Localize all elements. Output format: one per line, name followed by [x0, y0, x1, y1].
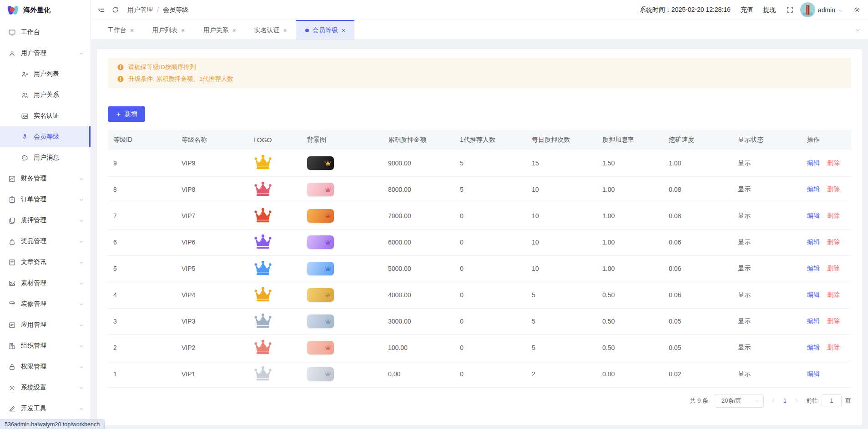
cell-card	[302, 229, 383, 255]
close-icon[interactable]: ×	[342, 27, 345, 34]
edit-link[interactable]: 编辑	[807, 291, 820, 298]
table-row: 6VIP66000.000101.000.06显示编辑删除	[108, 229, 851, 255]
sidebar-item-label: 文章资讯	[21, 258, 46, 266]
edit-link[interactable]: 编辑	[807, 159, 820, 166]
delete-link[interactable]: 删除	[827, 264, 840, 272]
pagination-total: 共 9 条	[690, 397, 708, 405]
cell-logo	[248, 334, 302, 361]
add-button[interactable]: 新增	[108, 106, 145, 122]
cell-status: 显示	[732, 150, 802, 176]
tabs-more-button[interactable]	[848, 20, 868, 40]
sidebar-item-奖品管理[interactable]: 奖品管理	[0, 231, 91, 252]
edit-link[interactable]: 编辑	[807, 185, 820, 193]
sidebar-item-文章资讯[interactable]: 文章资讯	[0, 252, 91, 273]
table-row: 8VIP88000.005101.000.08显示编辑删除	[108, 176, 851, 203]
close-icon[interactable]: ×	[181, 27, 185, 34]
goto-page-input[interactable]	[822, 394, 842, 407]
permission-icon	[8, 363, 16, 371]
sidebar-item-label: 质押管理	[21, 216, 46, 224]
alert-text: 升级条件: 累积质押金额、1代推荐人数	[128, 75, 233, 83]
sidebar-item-label: 权限管理	[21, 363, 46, 371]
delete-link[interactable]: 删除	[827, 238, 840, 245]
cell-speed: 0.06	[663, 282, 732, 308]
sidebar-item-用户关系[interactable]: 用户关系	[0, 85, 91, 105]
delete-link[interactable]: 删除	[827, 291, 840, 298]
user-message-icon	[21, 154, 29, 162]
delete-link[interactable]: 删除	[827, 212, 840, 219]
main-area: 用户管理 / 会员等级 系统时间：2025-02-20 12:28:16 充值 …	[91, 0, 868, 429]
sidebar-item-会员等级[interactable]: 会员等级	[0, 126, 91, 147]
sidebar-item-订单管理[interactable]: 订单管理	[0, 189, 91, 210]
recharge-button[interactable]: 充值	[741, 6, 753, 14]
refresh-icon[interactable]	[111, 6, 119, 14]
app-icon	[8, 321, 16, 329]
cell-card	[302, 150, 383, 176]
sidebar-item-开发工具[interactable]: 开发工具	[0, 398, 91, 419]
breadcrumb-separator: /	[157, 6, 159, 14]
sidebar-item-应用管理[interactable]: 应用管理	[0, 314, 91, 335]
user-menu[interactable]: admin	[800, 2, 843, 17]
sidebar-item-label: 会员等级	[34, 133, 59, 141]
fullscreen-icon[interactable]	[786, 6, 794, 14]
sidebar-item-装修管理[interactable]: 装修管理	[0, 294, 91, 314]
tab-用户关系[interactable]: 用户关系×	[194, 20, 245, 40]
cell-name: VIP9	[176, 150, 248, 176]
cell-speed: 0.06	[663, 229, 732, 255]
delete-link[interactable]: 删除	[827, 344, 840, 351]
cell-status: 显示	[732, 229, 802, 255]
level-background-image	[307, 367, 334, 381]
sidebar-item-权限管理[interactable]: 权限管理	[0, 356, 91, 377]
edit-link[interactable]: 编辑	[807, 238, 820, 245]
chevron-up-icon	[79, 50, 84, 56]
prev-page-button[interactable]	[770, 398, 776, 404]
next-page-button[interactable]	[794, 398, 800, 404]
column-header-actions: 操作	[802, 130, 851, 150]
table-header-row: 等级ID等级名称LOGO背景图累积质押金额1代推荐人数每日质押次数质押加息率挖矿…	[108, 130, 851, 150]
avatar[interactable]	[800, 2, 815, 17]
system-time: 系统时间：2025-02-20 12:28:16	[640, 6, 731, 14]
page-number[interactable]: 1	[782, 397, 787, 404]
tab-用户列表[interactable]: 用户列表×	[143, 20, 194, 40]
breadcrumb-parent[interactable]: 用户管理	[127, 6, 153, 14]
sidebar-item-素材管理[interactable]: 素材管理	[0, 273, 91, 294]
sidebar-item-label: 用户消息	[34, 154, 59, 162]
sidebar-item-工作台[interactable]: 工作台	[0, 22, 91, 43]
level-logo-crown	[253, 234, 273, 250]
sidebar-item-系统设置[interactable]: 系统设置	[0, 377, 91, 398]
table-row: 3VIP33000.00050.500.05显示编辑删除	[108, 308, 851, 334]
delete-link[interactable]: 删除	[827, 159, 840, 166]
table-row: 2VIP2100.00050.500.05显示编辑删除	[108, 334, 851, 361]
cell-status: 显示	[732, 361, 802, 387]
sidebar-item-用户管理[interactable]: 用户管理	[0, 43, 91, 64]
page-size-select[interactable]: 20条/页	[715, 394, 764, 408]
close-icon[interactable]: ×	[283, 27, 287, 34]
close-icon[interactable]: ×	[232, 27, 236, 34]
sidebar-item-用户列表[interactable]: 用户列表	[0, 64, 91, 85]
edit-link[interactable]: 编辑	[807, 212, 820, 219]
table-row: 7VIP77000.000101.000.08显示编辑删除	[108, 203, 851, 229]
withdraw-button[interactable]: 提现	[763, 6, 776, 14]
edit-link[interactable]: 编辑	[807, 344, 820, 351]
sidebar-item-实名认证[interactable]: 实名认证	[0, 105, 91, 126]
collapse-sidebar-icon[interactable]	[97, 6, 105, 14]
edit-link[interactable]: 编辑	[807, 370, 820, 377]
tab-实名认证[interactable]: 实名认证×	[245, 20, 296, 40]
delete-link[interactable]: 删除	[827, 317, 840, 324]
user-manage-icon	[8, 50, 16, 57]
delete-link[interactable]: 删除	[827, 185, 840, 193]
edit-link[interactable]: 编辑	[807, 317, 820, 324]
org-icon	[8, 342, 16, 350]
tab-工作台[interactable]: 工作台×	[98, 20, 143, 40]
tab-会员等级[interactable]: 会员等级×	[296, 20, 354, 40]
sidebar-item-用户消息[interactable]: 用户消息	[0, 147, 91, 168]
edit-link[interactable]: 编辑	[807, 264, 820, 272]
sidebar-item-质押管理[interactable]: 质押管理	[0, 210, 91, 231]
sidebar-item-财务管理[interactable]: 财务管理	[0, 168, 91, 189]
close-icon[interactable]: ×	[130, 27, 134, 34]
sidebar-item-label: 实名认证	[34, 112, 59, 120]
cell-speed: 0.02	[663, 361, 732, 387]
sidebar-item-组织管理[interactable]: 组织管理	[0, 335, 91, 356]
chevron-down-icon	[79, 197, 84, 202]
level-logo-crown	[253, 339, 273, 355]
settings-gear-icon[interactable]	[853, 6, 861, 14]
